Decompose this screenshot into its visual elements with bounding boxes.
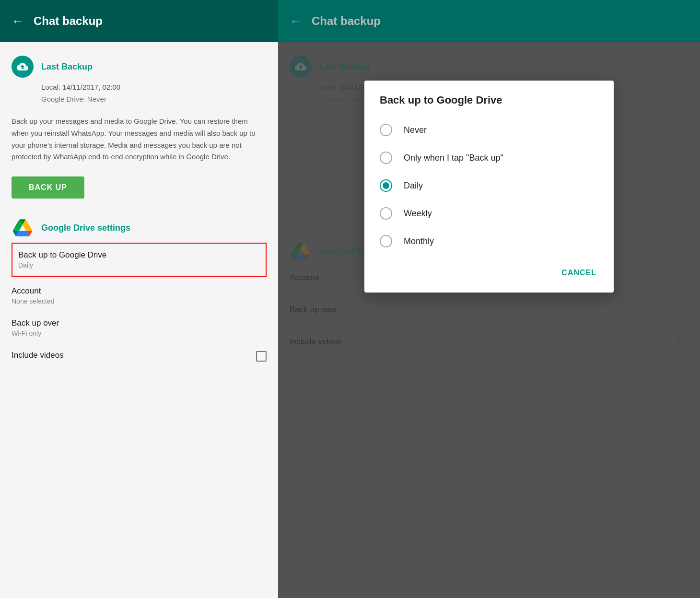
google-drive-icon: [13, 219, 32, 236]
backup-to-drive-title: Back up to Google Drive: [18, 250, 260, 260]
upload-icon-container: [12, 56, 34, 78]
account-setting[interactable]: Account None selected: [12, 280, 267, 312]
radio-weekly-circle: [380, 207, 392, 220]
left-back-button[interactable]: ←: [12, 14, 24, 29]
backup-over-setting[interactable]: Back up over Wi-Fi only: [12, 312, 267, 344]
include-videos-setting[interactable]: Include videos: [12, 344, 267, 368]
backup-dialog: Back up to Google Drive Never Only when …: [364, 81, 614, 293]
radio-on-tap[interactable]: Only when I tap "Back up": [364, 144, 614, 172]
account-title: Account: [12, 286, 267, 296]
radio-monthly-circle: [380, 235, 392, 247]
radio-never-label: Never: [404, 125, 427, 135]
radio-monthly[interactable]: Monthly: [364, 227, 614, 255]
drive-icon-container: [12, 217, 34, 239]
include-videos-checkbox[interactable]: [256, 351, 267, 362]
left-gdrive-backup: Google Drive: Never: [12, 95, 267, 103]
radio-daily[interactable]: Daily: [364, 172, 614, 199]
left-header: ← Chat backup: [0, 0, 278, 42]
radio-never[interactable]: Never: [364, 116, 614, 144]
left-last-backup-label: Last Backup: [41, 62, 93, 72]
dialog-cancel-button[interactable]: CANCEL: [556, 265, 602, 281]
left-content: Last Backup Local: 14/11/2017, 02:00 Goo…: [0, 42, 278, 598]
radio-on-tap-circle: [380, 152, 392, 164]
right-back-button[interactable]: ←: [290, 14, 302, 29]
backup-over-sub: Wi-Fi only: [12, 329, 267, 337]
upload-icon: [17, 61, 28, 72]
left-description: Back up your messages and media to Googl…: [12, 116, 267, 163]
include-videos-title: Include videos: [12, 351, 64, 360]
radio-on-tap-label: Only when I tap "Back up": [404, 153, 503, 163]
radio-daily-inner: [383, 182, 389, 189]
right-panel: ← Chat backup Last Backup Local: 14/11/2…: [278, 0, 700, 598]
radio-weekly[interactable]: Weekly: [364, 199, 614, 227]
left-gdrive-settings-label: Google Drive settings: [41, 223, 130, 233]
left-last-backup-header: Last Backup: [12, 56, 267, 78]
dialog-overlay: Back up to Google Drive Never Only when …: [278, 42, 700, 598]
dialog-title: Back up to Google Drive: [364, 94, 614, 116]
left-gdrive-settings-header: Google Drive settings: [12, 217, 267, 239]
right-header: ← Chat backup: [278, 0, 700, 42]
dialog-actions: CANCEL: [364, 259, 614, 283]
backup-to-drive-setting[interactable]: Back up to Google Drive Daily: [12, 243, 267, 277]
right-header-title: Chat backup: [312, 14, 381, 28]
left-panel: ← Chat backup Last Backup Local: 14/11/2…: [0, 0, 278, 598]
radio-monthly-label: Monthly: [404, 236, 434, 246]
backup-button[interactable]: BACK UP: [12, 176, 84, 199]
radio-daily-label: Daily: [404, 181, 423, 191]
account-sub: None selected: [12, 297, 267, 305]
radio-daily-circle: [380, 179, 392, 192]
radio-weekly-label: Weekly: [404, 209, 432, 219]
backup-over-title: Back up over: [12, 318, 267, 328]
backup-to-drive-sub: Daily: [18, 261, 260, 269]
left-header-title: Chat backup: [34, 14, 103, 28]
left-local-backup: Local: 14/11/2017, 02:00: [12, 82, 267, 93]
radio-never-circle: [380, 124, 392, 136]
